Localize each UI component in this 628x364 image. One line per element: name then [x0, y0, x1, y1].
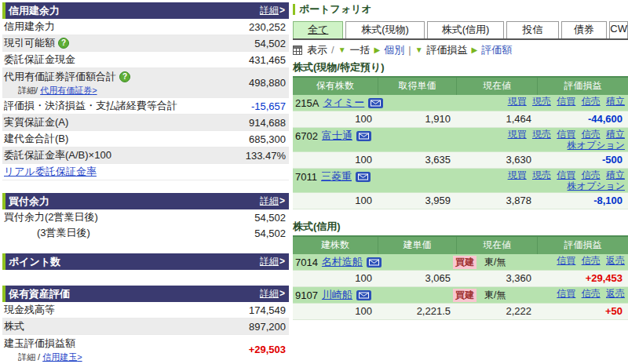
- tab-bonds[interactable]: 債券: [561, 21, 608, 38]
- buy-cash-link[interactable]: 現買: [508, 169, 527, 180]
- portfolio-title: ポートフォリオ: [299, 2, 372, 16]
- close-sell-link[interactable]: 返売: [606, 288, 625, 299]
- accumulate-link[interactable]: 積立: [606, 169, 625, 180]
- stock-name-link[interactable]: 名村造船: [322, 255, 363, 269]
- detail-link[interactable]: 詳細>: [260, 255, 285, 268]
- mail-alert-icon[interactable]: [368, 98, 383, 108]
- stock-data-row: 100 3,959 3,878 -8,100: [293, 193, 628, 209]
- chevron-icon: >: [279, 5, 285, 16]
- separator: |: [408, 44, 411, 56]
- panel-header-points: ポイント数 詳細>: [2, 253, 289, 270]
- sell-margin-link[interactable]: 信売: [582, 129, 601, 140]
- buy-margin-link[interactable]: 信買: [557, 255, 575, 266]
- buy-margin-link[interactable]: 信買: [557, 288, 575, 299]
- margin-section-title: 株式(信用): [293, 220, 628, 234]
- table-row: 実質保証金(A) 914,688: [2, 115, 289, 131]
- pl-label: 評価損益: [427, 43, 468, 57]
- col-price: 現在値: [456, 237, 537, 254]
- mail-alert-icon[interactable]: [356, 131, 371, 141]
- valuation-link[interactable]: 評価額: [481, 43, 512, 57]
- sell-cash-link[interactable]: 現売: [532, 129, 551, 140]
- panel-title: ポイント数: [9, 255, 260, 269]
- margin-positions-link[interactable]: 信用建玉: [42, 352, 77, 362]
- market-label: 東/無: [484, 256, 506, 269]
- buy-cash-link[interactable]: 現買: [508, 96, 527, 107]
- price-value: 3,630: [456, 152, 537, 168]
- action-links: 現買 現売 信買 信売 積立 株オプション: [453, 129, 625, 151]
- sell-cash-link[interactable]: 現売: [532, 96, 551, 107]
- table-header: 保有株数 取得単価 現在値 評価損益: [293, 76, 628, 95]
- individual-link[interactable]: 個別: [384, 43, 404, 57]
- stock-name-row: 215A タイミー 現買 現売 信買 信売 積立: [293, 95, 628, 111]
- cost-value: 3,959: [378, 193, 456, 209]
- stock-name-row: 7011 三菱重 現買 現売 信買 信売 積立 株オプション: [293, 169, 628, 193]
- sell-margin-link[interactable]: 信売: [582, 288, 601, 299]
- sell-margin-link[interactable]: 信売: [582, 169, 601, 180]
- row-label: 評価損・決済損益・支払諸経費等合計: [4, 99, 177, 113]
- detail-link[interactable]: 詳細>: [260, 195, 285, 208]
- table-row: 委託保証金率(A/B)×100 133.47%: [2, 147, 289, 164]
- panel-margin-power: 信用建余力 詳細> 信用建余力 230,252 現引可能額 ? 54,502 委…: [2, 2, 289, 180]
- accumulate-link[interactable]: 積立: [606, 129, 625, 140]
- row-label: 委託保証金率(A/B)×100: [4, 148, 111, 162]
- tab-stock-margin[interactable]: 株式(信用): [427, 21, 504, 38]
- chevron-icon: >: [279, 288, 285, 299]
- table-row: 代用有価証券評価額合計 ? 詳細/ 代用有価証券> 498,880: [2, 68, 289, 98]
- qty-value: 100: [293, 271, 378, 286]
- sell-margin-link[interactable]: 信売: [582, 255, 601, 266]
- account-summary-column: 信用建余力 詳細> 信用建余力 230,252 現引可能額 ? 54,502 委…: [2, 2, 289, 364]
- stock-name-link[interactable]: 三菱重: [321, 169, 352, 184]
- col-cost: 取得単価: [378, 78, 456, 95]
- close-sell-link[interactable]: 返売: [606, 255, 625, 266]
- detail-link-label: 詳細: [260, 5, 279, 16]
- sell-cash-link[interactable]: 現売: [532, 169, 551, 180]
- real-margin-rate-link[interactable]: リアル委託保証金率: [4, 165, 97, 179]
- panel-title: 買付余力: [9, 195, 260, 209]
- page: 信用建余力 詳細> 信用建余力 230,252 現引可能額 ? 54,502 委…: [0, 0, 628, 364]
- stock-option-link[interactable]: 株オプション: [568, 140, 625, 151]
- buy-margin-link[interactable]: 信買: [557, 96, 575, 107]
- qty-value: 100: [293, 111, 378, 127]
- pl-value: -500: [537, 152, 628, 168]
- stock-code: 215A: [295, 97, 319, 109]
- detail-link[interactable]: 詳細>: [260, 4, 285, 17]
- help-icon[interactable]: ?: [119, 71, 130, 82]
- row-label: (3営業日後): [37, 226, 90, 240]
- stock-name-link[interactable]: 川崎船: [322, 288, 352, 302]
- panel-title: 保有資産評価: [9, 287, 260, 301]
- action-links: 現買 現売 信買 信売 積立: [453, 96, 625, 107]
- tab-cw[interactable]: CW: [609, 21, 628, 38]
- market-label: 東/無: [484, 289, 506, 302]
- sell-margin-link[interactable]: 信売: [582, 96, 601, 107]
- tab-stock-cash[interactable]: 株式(現物): [345, 21, 424, 38]
- stock-name-link[interactable]: 富士通: [322, 129, 352, 143]
- detail-link[interactable]: 詳細>: [260, 287, 285, 300]
- help-icon[interactable]: ?: [58, 38, 69, 49]
- row-value: 914,688: [249, 117, 286, 129]
- display-toolbar: 表示 / ▼ 一括 ▶ 個別 | ▼ 評価損益 ▶ 評価額: [293, 43, 628, 56]
- pl-value: +29,453: [537, 271, 628, 286]
- tab-funds[interactable]: 投信: [506, 21, 558, 38]
- mail-alert-icon[interactable]: [367, 257, 382, 268]
- row-value: -15,657: [251, 100, 286, 112]
- buy-cash-link[interactable]: 現買: [508, 129, 527, 140]
- triangle-right-icon: ▶: [374, 46, 381, 54]
- row-value: 174,549: [249, 304, 286, 316]
- pl-value: +50: [537, 304, 628, 319]
- accumulate-link[interactable]: 積立: [606, 96, 625, 107]
- buy-margin-link[interactable]: 信買: [557, 169, 575, 180]
- stock-option-link[interactable]: 株オプション: [568, 180, 625, 191]
- tab-all[interactable]: 全て: [293, 21, 343, 38]
- stock-name-link[interactable]: タイミー: [323, 96, 364, 110]
- table-row: 現金残高等 174,549: [2, 302, 289, 318]
- price-value: 3,878: [456, 193, 537, 209]
- mail-alert-icon[interactable]: [356, 172, 371, 182]
- grid-icon: [293, 46, 302, 55]
- separator: /: [331, 44, 334, 56]
- mail-alert-icon[interactable]: [356, 290, 371, 300]
- collateral-securities-link[interactable]: 代用有価証券: [40, 86, 92, 95]
- row-label: 実質保証金(A): [4, 115, 68, 129]
- buy-margin-link[interactable]: 信買: [557, 129, 575, 140]
- table-header: 建株数 建単価 現在値 評価損益: [293, 235, 628, 254]
- position-badge: 買建: [453, 289, 476, 302]
